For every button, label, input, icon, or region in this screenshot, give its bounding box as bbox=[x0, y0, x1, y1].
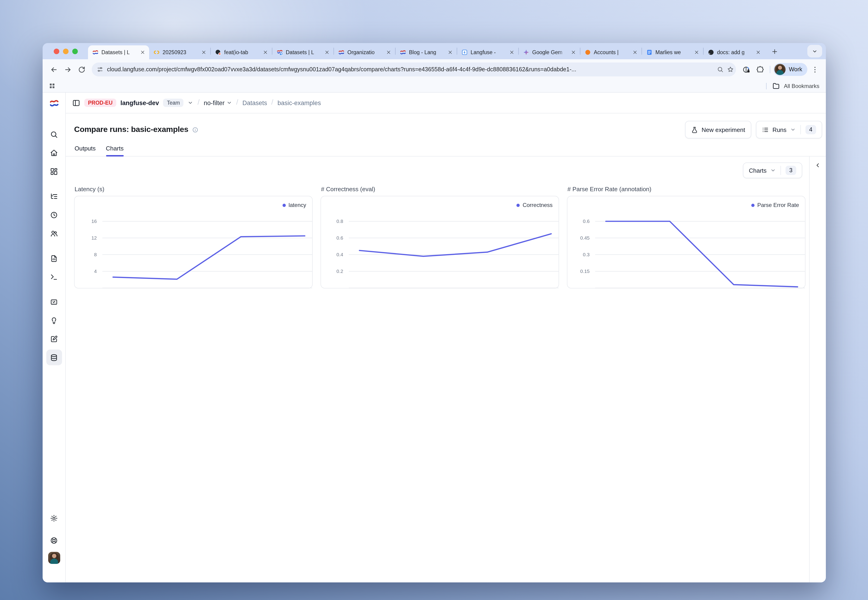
zoom-page-icon[interactable] bbox=[717, 66, 724, 73]
charts-selector-button[interactable]: Charts 3 bbox=[743, 162, 803, 178]
browser-tab[interactable]: Datasets | L bbox=[88, 45, 149, 59]
sidebar-item-sessions[interactable] bbox=[46, 207, 62, 223]
y-axis-tick-label: 0.8 bbox=[337, 218, 343, 224]
forward-button[interactable] bbox=[61, 63, 74, 76]
close-icon[interactable] bbox=[323, 48, 331, 56]
new-tab-button[interactable] bbox=[768, 45, 780, 58]
legend-label: Correctness bbox=[523, 202, 552, 208]
sidebar-item-insights[interactable] bbox=[46, 312, 62, 328]
chart-line-series bbox=[606, 221, 798, 287]
browser-window: Datasets | L20250923feat(io-tabDatasets … bbox=[42, 43, 826, 582]
close-icon[interactable] bbox=[693, 48, 700, 56]
close-icon[interactable] bbox=[446, 48, 454, 56]
close-icon[interactable] bbox=[631, 48, 639, 56]
browser-tab[interactable]: Accounts | bbox=[580, 45, 642, 59]
browser-tab[interactable]: Marlies we bbox=[642, 45, 703, 59]
reload-button[interactable] bbox=[75, 63, 88, 76]
github-favicon-icon bbox=[708, 49, 714, 56]
sidebar-item-tracing[interactable] bbox=[46, 188, 62, 204]
langfuse-logo[interactable] bbox=[49, 98, 59, 108]
legend-label: Parse Error Rate bbox=[757, 202, 799, 208]
browser-tab[interactable]: 20250923 bbox=[149, 45, 210, 59]
close-icon[interactable] bbox=[262, 48, 269, 56]
sidebar-rail bbox=[42, 92, 66, 582]
close-icon[interactable] bbox=[200, 48, 208, 56]
bulb-icon bbox=[50, 317, 58, 324]
sidebar-item-users[interactable] bbox=[46, 226, 62, 241]
bookmarks-bar: All Bookmarks bbox=[42, 80, 826, 92]
orange-dot-favicon-icon bbox=[584, 49, 591, 56]
site-settings-icon[interactable] bbox=[97, 66, 103, 73]
browser-tab[interactable]: Google Gem bbox=[519, 45, 580, 59]
sidebar-item-dashboards[interactable] bbox=[46, 164, 62, 179]
close-icon[interactable] bbox=[385, 48, 392, 56]
chart-title: # Parse Error Rate (annotation) bbox=[568, 186, 806, 192]
home-icon bbox=[50, 149, 58, 157]
url-bar[interactable]: cloud.langfuse.com/project/cmfwgv8fx002o… bbox=[92, 62, 736, 76]
privacy-extension-icon[interactable] bbox=[740, 63, 753, 76]
zoom-window-button[interactable] bbox=[72, 48, 78, 54]
profile-button[interactable]: Work bbox=[774, 63, 807, 76]
all-bookmarks-button[interactable]: All Bookmarks bbox=[784, 83, 819, 89]
y-axis-tick-label: 4 bbox=[94, 268, 97, 274]
browser-tab[interactable]: feat(io-tab bbox=[211, 45, 272, 59]
tree-icon bbox=[50, 192, 58, 200]
tab-search-caret-button[interactable] bbox=[807, 45, 822, 58]
browser-tab[interactable]: Blog - Lang bbox=[396, 45, 457, 59]
runs-button[interactable]: Runs 4 bbox=[756, 121, 822, 138]
sidebar-item-annotation[interactable] bbox=[46, 331, 62, 347]
search-icon bbox=[50, 130, 58, 138]
close-icon[interactable] bbox=[754, 48, 762, 56]
chart-column: # Parse Error Rate (annotation)0.60.450.… bbox=[567, 186, 806, 288]
apps-grid-icon[interactable] bbox=[49, 82, 56, 89]
project-selector-label: no-filter bbox=[204, 99, 225, 106]
sidebar-item-scores[interactable] bbox=[46, 294, 62, 310]
charts-panel-main: Charts 3 Latency (s)161284latency# Corre… bbox=[66, 156, 809, 582]
sidebar-toggle-icon[interactable] bbox=[72, 99, 80, 107]
profile-label: Work bbox=[789, 66, 802, 73]
tab-outputs[interactable]: Outputs bbox=[74, 145, 96, 156]
environment-badge[interactable]: PROD-EU bbox=[84, 98, 116, 107]
sidebar-item-settings[interactable] bbox=[46, 510, 62, 526]
close-icon[interactable] bbox=[570, 48, 577, 56]
sidebar-item-search[interactable] bbox=[46, 126, 62, 142]
chevron-left-icon[interactable] bbox=[815, 162, 821, 168]
breadcrumb-datasets-link[interactable]: Datasets bbox=[243, 99, 267, 106]
browser-tab[interactable]: Organizatio bbox=[334, 45, 395, 59]
y-axis-tick-label: 0.4 bbox=[337, 252, 343, 257]
project-selector[interactable]: no-filter bbox=[204, 99, 232, 106]
sidebar-item-datasets[interactable] bbox=[46, 350, 62, 365]
runs-count-badge: 4 bbox=[806, 125, 816, 134]
minimize-window-button[interactable] bbox=[63, 48, 68, 54]
sidebar-item-home[interactable] bbox=[46, 145, 62, 161]
browser-menu-icon[interactable] bbox=[808, 63, 821, 76]
breadcrumb-dataset-name-link[interactable]: basic-examples bbox=[278, 99, 321, 106]
browser-tab[interactable]: docs: add g bbox=[704, 45, 765, 59]
close-window-button[interactable] bbox=[54, 48, 59, 54]
profile-avatar bbox=[774, 64, 786, 75]
sidebar-item-support[interactable] bbox=[46, 532, 62, 548]
browser-tab[interactable]: Datasets | L bbox=[272, 45, 334, 59]
bookmark-star-icon[interactable] bbox=[727, 66, 734, 73]
tab-charts[interactable]: Charts bbox=[106, 145, 124, 156]
info-icon[interactable] bbox=[192, 127, 198, 133]
extensions-puzzle-icon[interactable] bbox=[754, 63, 766, 76]
sidebar-item-playground[interactable] bbox=[46, 269, 62, 285]
view-tabs: Outputs Charts bbox=[66, 138, 826, 156]
blue-doc-favicon-icon bbox=[646, 49, 653, 56]
org-name[interactable]: langfuse-dev bbox=[120, 99, 159, 106]
pen-square-icon bbox=[50, 335, 58, 343]
breadcrumb-separator: / bbox=[236, 98, 238, 106]
chart-line-series bbox=[360, 234, 551, 256]
user-avatar[interactable] bbox=[48, 552, 60, 564]
lifebuoy-icon bbox=[50, 536, 58, 544]
clock-icon bbox=[50, 211, 58, 219]
tab-title: docs: add g bbox=[717, 50, 752, 55]
close-icon[interactable] bbox=[139, 48, 146, 56]
browser-tab[interactable]: 6Langfuse - bbox=[457, 45, 518, 59]
close-icon[interactable] bbox=[508, 48, 516, 56]
back-button[interactable] bbox=[47, 63, 60, 76]
org-chevron-down-icon[interactable] bbox=[188, 100, 193, 106]
new-experiment-button[interactable]: New experiment bbox=[685, 121, 751, 138]
sidebar-item-prompts[interactable] bbox=[46, 250, 62, 266]
